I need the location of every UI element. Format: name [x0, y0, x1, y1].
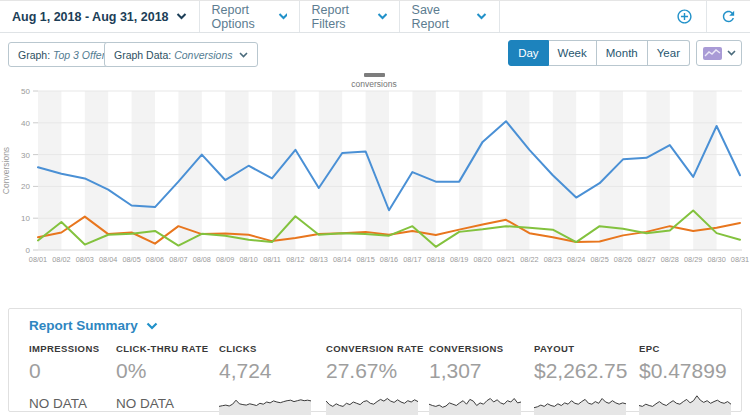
report-filters-label: Report Filters: [312, 3, 377, 31]
svg-text:30: 30: [21, 151, 30, 160]
chevron-down-icon: [727, 50, 736, 56]
svg-text:08/11: 08/11: [263, 255, 281, 264]
svg-text:08/18: 08/18: [427, 255, 445, 264]
save-report-menu[interactable]: Save Report: [400, 1, 500, 32]
chevron-down-icon: [476, 13, 486, 20]
payout-sparkline: [534, 389, 626, 415]
refresh-button[interactable]: [706, 1, 750, 32]
metric-value: $2,262.75: [534, 359, 634, 383]
svg-text:08/10: 08/10: [239, 255, 257, 264]
metric-label: IMPRESSIONS: [29, 343, 129, 354]
svg-text:08/06: 08/06: [146, 255, 164, 264]
graph-toolbar: Graph: Top 3 Offers Graph Data: Conversi…: [0, 34, 750, 70]
conversions-line-chart: 0102030405008/0108/0208/0308/0408/0508/0…: [0, 70, 750, 270]
svg-text:50: 50: [21, 87, 30, 96]
metric-label: CONVERSIONS: [429, 343, 529, 354]
top-menu-bar: Aug 1, 2018 - Aug 31, 2018 Report Option…: [0, 0, 750, 33]
metric-no-data: NO DATA: [116, 396, 216, 411]
chart-type-dropdown[interactable]: [696, 40, 742, 66]
clicks-sparkline: [219, 389, 311, 415]
svg-text:08/16: 08/16: [380, 255, 398, 264]
metric-label: CONVERSION RATE: [326, 343, 426, 354]
conversions-chart-area: 0102030405008/0108/0208/0308/0408/0508/0…: [0, 70, 750, 270]
mini-line-chart-icon: [703, 47, 722, 60]
chevron-down-icon: [239, 52, 248, 58]
svg-text:08/07: 08/07: [169, 255, 187, 264]
metric-label: CLICK-THRU RATE: [116, 343, 216, 354]
metric-impressions: IMPRESSIONS 0 NO DATA: [29, 343, 129, 411]
chevron-down-icon: [278, 13, 287, 20]
graph-label: Graph:: [18, 49, 50, 61]
metric-no-data: NO DATA: [29, 396, 129, 411]
svg-text:0: 0: [26, 246, 31, 255]
range-button-week[interactable]: Week: [549, 40, 597, 66]
conversion-rate-sparkline: [326, 389, 418, 415]
svg-text:08/21: 08/21: [497, 255, 515, 264]
svg-text:08/13: 08/13: [310, 255, 328, 264]
svg-text:08/02: 08/02: [52, 255, 70, 264]
refresh-icon: [720, 8, 737, 25]
metric-clicks: CLICKS 4,724: [219, 343, 319, 415]
svg-text:08/19: 08/19: [450, 255, 468, 264]
svg-text:08/14: 08/14: [333, 255, 351, 264]
metric-value: $0.47899: [639, 359, 739, 383]
svg-text:08/20: 08/20: [473, 255, 491, 264]
svg-text:20: 20: [21, 182, 30, 191]
svg-text:08/04: 08/04: [99, 255, 117, 264]
svg-text:08/28: 08/28: [661, 255, 679, 264]
range-button-month[interactable]: Month: [597, 40, 648, 66]
plus-circle-icon: [676, 8, 693, 25]
graph-data-value: Conversions: [174, 49, 232, 61]
report-summary-label: Report Summary: [29, 318, 138, 333]
svg-text:08/26: 08/26: [614, 255, 632, 264]
metric-label: PAYOUT: [534, 343, 634, 354]
metric-label: CLICKS: [219, 343, 319, 354]
report-filters-menu[interactable]: Report Filters: [300, 1, 400, 32]
metric-conversion-rate: CONVERSION RATE 27.67%: [326, 343, 426, 415]
report-summary-toggle[interactable]: Report Summary: [29, 318, 158, 333]
chevron-down-icon: [176, 13, 187, 20]
range-button-day[interactable]: Day: [508, 40, 548, 66]
add-report-button[interactable]: [663, 1, 706, 32]
svg-text:08/12: 08/12: [286, 255, 304, 264]
svg-text:08/23: 08/23: [544, 255, 562, 264]
graph-data-label: Graph Data:: [114, 49, 171, 61]
metric-value: 4,724: [219, 359, 319, 383]
date-range-picker[interactable]: Aug 1, 2018 - Aug 31, 2018: [0, 1, 200, 32]
metric-value: 27.67%: [326, 359, 426, 383]
metric-payout: PAYOUT $2,262.75: [534, 343, 634, 415]
svg-text:08/17: 08/17: [403, 255, 421, 264]
metric-conversions: CONVERSIONS 1,307: [429, 343, 529, 415]
metric-value: 1,307: [429, 359, 529, 383]
svg-text:08/15: 08/15: [356, 255, 374, 264]
graph-data-selector[interactable]: Graph Data: Conversions: [104, 42, 258, 67]
report-options-label: Report Options: [212, 3, 278, 31]
report-summary-panel: Report Summary IMPRESSIONS 0 NO DATA CLI…: [8, 308, 742, 412]
metric-click-thru-rate: CLICK-THRU RATE 0% NO DATA: [116, 343, 216, 411]
svg-text:08/29: 08/29: [684, 255, 702, 264]
metric-epc: EPC $0.47899: [639, 343, 739, 415]
svg-text:08/27: 08/27: [637, 255, 655, 264]
svg-text:08/01: 08/01: [29, 255, 47, 264]
range-button-year[interactable]: Year: [648, 40, 690, 66]
time-range-group: Day Week Month Year: [508, 40, 690, 66]
svg-text:Conversions: Conversions: [1, 147, 11, 194]
conversions-sparkline: [429, 389, 521, 415]
metric-value: 0%: [116, 359, 216, 383]
metric-label: EPC: [639, 343, 739, 354]
svg-text:08/30: 08/30: [707, 255, 725, 264]
svg-text:08/08: 08/08: [193, 255, 211, 264]
svg-text:08/24: 08/24: [567, 255, 585, 264]
graph-value: Top 3 Offers: [53, 49, 110, 61]
svg-text:conversions: conversions: [351, 79, 396, 89]
svg-text:10: 10: [21, 214, 30, 223]
svg-text:08/31: 08/31: [731, 255, 749, 264]
svg-text:08/03: 08/03: [76, 255, 94, 264]
report-options-menu[interactable]: Report Options: [200, 1, 300, 32]
svg-text:08/05: 08/05: [122, 255, 140, 264]
chevron-down-icon: [377, 13, 387, 20]
chevron-down-icon: [146, 322, 158, 330]
svg-text:08/09: 08/09: [216, 255, 234, 264]
epc-sparkline: [639, 389, 731, 415]
svg-text:08/22: 08/22: [520, 255, 538, 264]
